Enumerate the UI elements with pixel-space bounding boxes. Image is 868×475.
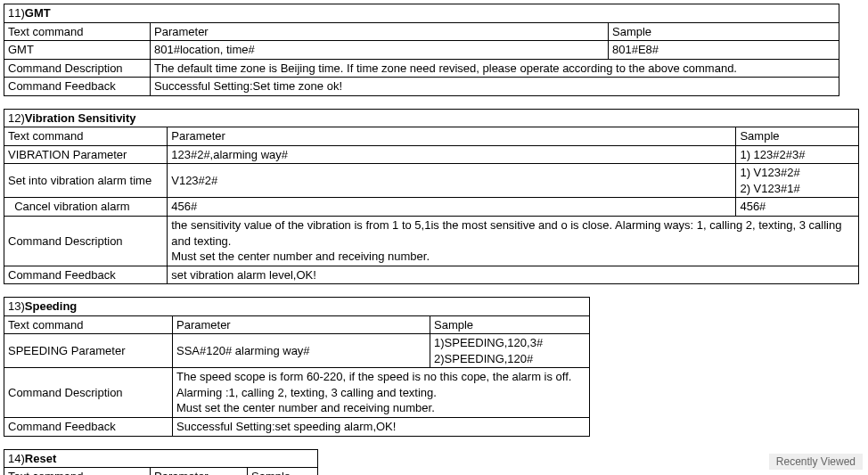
vib-r3-sample: 456# <box>736 198 859 217</box>
vib-r2-param: V123#2# <box>168 164 736 198</box>
vib-r2-text: Set into vibration alarm time <box>4 164 168 198</box>
rst-num: 14) <box>8 452 25 465</box>
vib-r1-text: VIBRATION Parameter <box>4 145 168 164</box>
gmt-r1-text: GMT <box>4 41 151 60</box>
vib-h-text: Text command <box>4 127 168 146</box>
spd-desc: The speed scope is form 60-220, if the s… <box>173 368 590 418</box>
spd-desc-label: Command Description <box>4 368 173 418</box>
gmt-title: GMT <box>25 6 51 20</box>
vib-desc: the sensitivity value of the vibration i… <box>168 217 859 266</box>
rst-title-row: 14)Reset <box>4 449 318 468</box>
spd-fb-label: Command Feedback <box>4 418 173 437</box>
gmt-r1-param: 801#location, time# <box>151 41 609 60</box>
spd-r1-param: SSA#120# alarming way# <box>173 334 430 368</box>
vib-h-sample: Sample <box>736 127 859 146</box>
table-reset: 14)Reset Text command Parameter Sample R… <box>4 449 318 475</box>
gmt-desc: The default time zone is Beijing time. I… <box>151 59 839 78</box>
rst-h-text: Text command <box>4 468 151 475</box>
table-speeding: 13)Speeding Text command Parameter Sampl… <box>4 297 590 436</box>
gmt-fb-label: Command Feedback <box>4 78 151 96</box>
vib-r1-param: 123#2#,alarming way# <box>168 145 736 164</box>
spd-r1-text: SPEEDING Parameter <box>4 334 173 368</box>
gmt-h-param: Parameter <box>151 22 609 41</box>
recently-viewed-label: Recently Viewed <box>776 455 856 468</box>
vib-fb-label: Command Feedback <box>4 266 168 284</box>
vib-fb: set vibration alarm level,OK! <box>168 266 859 284</box>
recently-viewed-button[interactable]: Recently Viewed <box>769 454 863 470</box>
rst-title: Reset <box>25 452 56 465</box>
gmt-h-sample: Sample <box>609 22 839 41</box>
vib-r3-param: 456# <box>168 198 736 217</box>
vib-r2-sample: 1) V123#2# 2) V123#1# <box>736 164 859 198</box>
spd-title-row: 13)Speeding <box>4 298 590 316</box>
vib-num: 12) <box>8 111 25 125</box>
vib-desc-label: Command Description <box>4 217 168 266</box>
vib-r3-text: Cancel vibration alarm <box>4 198 168 217</box>
gmt-num: 11) <box>8 6 25 20</box>
rst-h-param: Parameter <box>151 468 248 475</box>
spd-fb: Successful Setting:set speeding alarm,OK… <box>173 418 590 437</box>
table-vibration: 12)Vibration Sensitivity Text command Pa… <box>4 109 859 284</box>
vib-title: Vibration Sensitivity <box>25 111 136 125</box>
vib-h-param: Parameter <box>168 127 736 146</box>
gmt-desc-label: Command Description <box>4 59 151 78</box>
gmt-title-row: 11)GMT <box>4 4 839 23</box>
spd-title: Speeding <box>25 299 78 313</box>
rst-h-sample: Sample <box>248 468 318 475</box>
spd-r1-sample: 1)SPEEDING,120,3# 2)SPEEDING,120# <box>430 334 590 368</box>
gmt-h-text: Text command <box>4 22 151 41</box>
table-gmt: 11)GMT Text command Parameter Sample GMT… <box>4 4 839 96</box>
spd-h-text: Text command <box>4 315 173 334</box>
spd-num: 13) <box>8 299 25 313</box>
gmt-fb: Successful Setting:Set time zone ok! <box>151 78 839 96</box>
spd-h-sample: Sample <box>430 315 590 334</box>
gmt-r1-sample: 801#E8# <box>609 41 839 60</box>
vib-title-row: 12)Vibration Sensitivity <box>4 109 859 127</box>
spd-h-param: Parameter <box>173 315 430 334</box>
vib-r1-sample: 1) 123#2#3# <box>736 145 859 164</box>
